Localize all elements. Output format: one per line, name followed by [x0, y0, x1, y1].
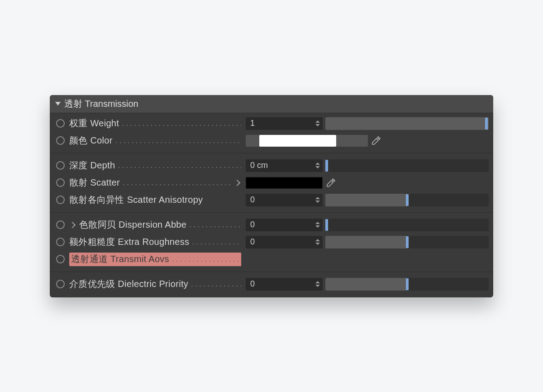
row-scatter: 散射 Scatter .............................…: [50, 174, 493, 191]
value-text: 0 cm: [250, 161, 268, 170]
dots-icon: ........................................…: [115, 136, 241, 145]
label-color: 颜色 Color ...............................…: [69, 134, 241, 147]
row-depth: 深度 Depth ...............................…: [50, 157, 493, 174]
label-text: 深度 Depth: [69, 159, 115, 172]
dots-icon: ........................................…: [122, 119, 241, 128]
link-dot-icon[interactable]: [56, 161, 65, 170]
value-text: 0: [250, 279, 255, 289]
label-dielectric-priority: 介质优先级 Dielectric Priority ..............…: [69, 278, 241, 290]
spinner-icon[interactable]: [314, 279, 321, 289]
chevron-right-icon[interactable]: [234, 179, 240, 186]
dots-icon: ........................................…: [172, 254, 241, 264]
row-dispersion-abbe: 色散阿贝 Dispersion Abbe ...................…: [50, 216, 493, 234]
section-title: 透射 Transmission: [64, 98, 138, 110]
label-extra-roughness: 额外粗糙度 Extra Roughness ..................…: [69, 236, 241, 248]
link-dot-icon[interactable]: [56, 255, 65, 263]
label-text: 权重 Weight: [69, 117, 119, 129]
color-swatch[interactable]: [259, 135, 336, 147]
control-extra-roughness: 0: [246, 235, 489, 249]
label-text: 散射 Scatter: [69, 177, 120, 189]
dispersion-abbe-input[interactable]: 0: [246, 219, 323, 231]
control-dielectric-priority: 0: [246, 277, 489, 291]
label-scatter: 散射 Scatter .............................…: [69, 177, 241, 189]
value-text: 0: [250, 237, 255, 247]
divider: [50, 153, 493, 153]
value-text: 0: [250, 195, 255, 205]
label-text: 颜色 Color: [69, 134, 113, 147]
scatter-aniso-input[interactable]: 0: [246, 194, 323, 206]
label-dispersion-abbe: 色散阿贝 Dispersion Abbe ...................…: [69, 219, 241, 231]
divider: [50, 212, 493, 213]
dots-icon: ........................................…: [192, 237, 241, 247]
row-extra-roughness: 额外粗糙度 Extra Roughness ..................…: [50, 234, 493, 251]
dispersion-abbe-slider[interactable]: [325, 219, 489, 231]
collapse-triangle-icon[interactable]: [55, 102, 61, 105]
row-color: 颜色 Color ...............................…: [50, 132, 493, 149]
control-weight: 1: [246, 117, 489, 130]
color-tail-bar: [336, 135, 368, 147]
group-2: 深度 Depth ...............................…: [50, 155, 493, 210]
row-dielectric-priority: 介质优先级 Dielectric Priority ..............…: [50, 276, 493, 293]
link-dot-icon[interactable]: [56, 280, 65, 288]
link-dot-icon[interactable]: [56, 136, 65, 145]
spinner-icon[interactable]: [314, 220, 321, 230]
row-weight: 权重 Weight ..............................…: [50, 115, 493, 132]
scatter-swatch[interactable]: [246, 177, 323, 189]
label-text: 散射各向异性 Scatter Anisotropy: [69, 194, 203, 206]
weight-slider[interactable]: [325, 117, 489, 130]
dots-icon: ........................................…: [118, 161, 241, 170]
extra-roughness-input[interactable]: 0: [246, 236, 323, 249]
chevron-right-icon[interactable]: [69, 221, 76, 228]
control-transmit-aovs: [246, 253, 489, 266]
label-depth: 深度 Depth ...............................…: [69, 159, 241, 172]
group-4: 介质优先级 Dielectric Priority ..............…: [50, 274, 493, 295]
spinner-icon[interactable]: [314, 237, 321, 247]
row-transmit-aovs: 透射通道 Transmit Aovs .....................…: [50, 251, 493, 268]
link-dot-icon[interactable]: [56, 196, 65, 204]
spinner-icon[interactable]: [314, 195, 321, 205]
control-dispersion-abbe: 0: [246, 218, 489, 232]
dielectric-priority-slider[interactable]: [325, 278, 489, 291]
dielectric-priority-input[interactable]: 0: [246, 278, 323, 291]
extra-roughness-slider[interactable]: [325, 236, 489, 249]
dots-icon: ........................................…: [189, 220, 241, 229]
spinner-icon[interactable]: [314, 119, 321, 129]
scatter-aniso-slider[interactable]: [325, 194, 489, 206]
color-lead-bar: [246, 135, 259, 147]
label-text: 额外粗糙度 Extra Roughness: [69, 236, 189, 248]
label-text: 透射通道 Transmit Aovs: [71, 253, 169, 265]
row-scatter-anisotropy: 散射各向异性 Scatter Anisotropy 0: [50, 191, 493, 209]
eyedropper-icon[interactable]: [325, 177, 336, 188]
section-header[interactable]: 透射 Transmission: [50, 95, 493, 113]
eyedropper-icon[interactable]: [371, 135, 381, 146]
weight-input[interactable]: 1: [246, 117, 323, 130]
spinner-icon[interactable]: [314, 161, 321, 171]
value-text: 1: [250, 119, 255, 128]
control-scatter-aniso: 0: [246, 193, 489, 207]
link-dot-icon[interactable]: [56, 238, 65, 246]
link-dot-icon[interactable]: [56, 178, 65, 187]
link-dot-icon[interactable]: [56, 220, 65, 229]
depth-input[interactable]: 0 cm: [246, 159, 323, 172]
group-1: 权重 Weight ..............................…: [50, 113, 493, 151]
dots-icon: ........................................…: [123, 178, 231, 187]
dots-icon: ........................................…: [191, 279, 241, 289]
value-text: 0: [250, 220, 255, 229]
label-transmit-aovs: 透射通道 Transmit Aovs .....................…: [69, 253, 241, 266]
label-scatter-aniso: 散射各向异性 Scatter Anisotropy: [69, 194, 241, 206]
label-weight: 权重 Weight ..............................…: [69, 117, 241, 129]
group-3: 色散阿贝 Dispersion Abbe ...................…: [50, 215, 493, 270]
depth-slider[interactable]: [325, 159, 489, 172]
control-scatter: [246, 176, 489, 190]
divider: [50, 272, 493, 272]
control-depth: 0 cm: [246, 159, 489, 172]
control-color: [246, 134, 489, 148]
link-dot-icon[interactable]: [56, 119, 65, 128]
label-text: 色散阿贝 Dispersion Abbe: [79, 219, 186, 231]
label-text: 介质优先级 Dielectric Priority: [69, 278, 188, 290]
transmission-panel: 透射 Transmission 权重 Weight ..............…: [50, 95, 493, 297]
